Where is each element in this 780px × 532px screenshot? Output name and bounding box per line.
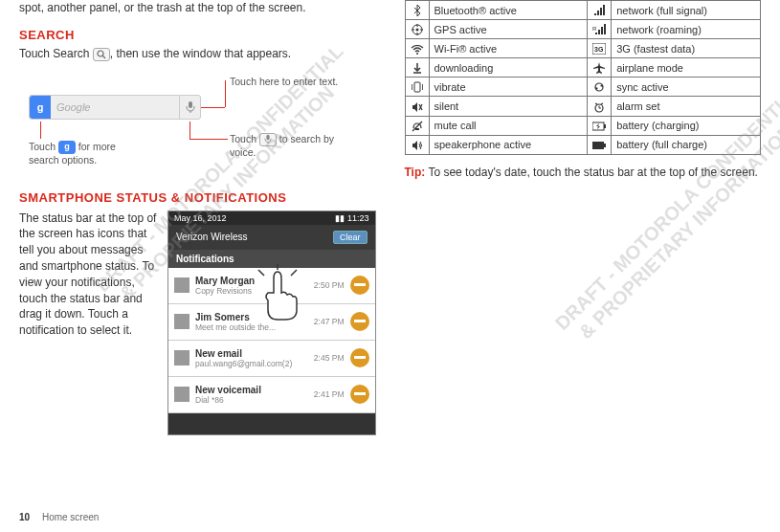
svg-line-32	[595, 103, 597, 104]
notification-title: New voicemail	[195, 385, 314, 395]
table-row: GPS active R network (roaming)	[405, 20, 761, 39]
icon-label: downloading	[429, 58, 588, 78]
search-input-placeholder[interactable]: Google	[51, 101, 179, 113]
table-row: mute call battery (charging)	[405, 116, 761, 135]
search-icon	[93, 48, 110, 61]
mic-icon[interactable]	[179, 96, 200, 119]
svg-rect-36	[592, 122, 604, 130]
svg-point-0	[98, 51, 103, 56]
svg-rect-38	[592, 142, 604, 149]
notifications-section-label: Notifications	[168, 250, 375, 268]
status-icon-table: Bluetooth® active network (full signal) …	[405, 0, 762, 155]
table-row: Bluetooth® active network (full signal)	[405, 1, 761, 20]
svg-point-11	[415, 29, 418, 32]
notification-time: 2:47 PM	[314, 317, 345, 326]
phone-date: May 16, 2012	[174, 213, 227, 223]
icon-label: speakerphone active	[429, 135, 588, 154]
svg-rect-19	[604, 24, 606, 34]
search-bar[interactable]: g Google	[29, 95, 201, 120]
vibrate-icon	[405, 78, 429, 97]
tip-text: Tip: To see today's date, touch the stat…	[405, 165, 762, 181]
wifi-icon	[405, 39, 429, 58]
signal-icon: ▮▮	[335, 213, 345, 223]
notification-item[interactable]: Jim Somers Meet me outside the... 2:47 P…	[168, 304, 375, 341]
icon-label: battery (full charge)	[612, 135, 761, 154]
notification-time: 2:41 PM	[314, 389, 345, 399]
notifications-heading: SMARTPHONE STATUS & NOTIFICATIONS	[19, 190, 376, 205]
svg-rect-26	[414, 82, 420, 92]
notification-app-icon	[174, 314, 189, 329]
table-row: downloading airplane mode	[405, 58, 761, 78]
delete-icon[interactable]	[350, 276, 369, 295]
notification-app-icon	[174, 277, 189, 293]
notifications-body: The status bar at the top of the screen …	[19, 211, 158, 435]
svg-rect-8	[600, 8, 602, 15]
signal-icon	[588, 1, 612, 20]
notification-subtitle: Meet me outside the...	[195, 322, 314, 332]
notification-title: Jim Somers	[195, 312, 314, 322]
clear-button[interactable]: Clear	[333, 231, 368, 244]
phone-time: 11:23	[347, 213, 369, 223]
table-row: vibrate sync active	[405, 78, 761, 97]
google-g-icon[interactable]: g	[30, 96, 51, 119]
svg-rect-2	[189, 101, 192, 108]
callout-search-options: Touch g for more search options.	[29, 141, 134, 167]
icon-label: network (roaming)	[612, 20, 761, 39]
tip-label: Tip:	[405, 166, 426, 179]
alarm-icon	[588, 97, 612, 116]
svg-rect-18	[601, 27, 603, 34]
page-number: 10	[19, 512, 30, 522]
svg-rect-6	[594, 13, 596, 15]
svg-text:R: R	[592, 26, 597, 32]
icon-label: Wi-Fi® active	[429, 39, 588, 58]
download-icon	[405, 58, 429, 78]
svg-rect-39	[604, 144, 606, 147]
notification-app-icon	[174, 350, 189, 366]
search-instruction: Touch Search , then use the window that …	[19, 46, 376, 62]
svg-rect-4	[266, 135, 269, 141]
notification-item[interactable]: New voicemail Dial *86 2:41 PM	[168, 377, 375, 413]
notification-subtitle: Dial *86	[195, 395, 314, 405]
mute-icon	[405, 116, 429, 135]
callout-enter-text: Touch here to enter text.	[230, 76, 338, 89]
page-footer: 10 Home screen	[19, 512, 99, 522]
svg-point-21	[416, 53, 418, 55]
icon-label: airplane mode	[612, 58, 761, 78]
notification-item[interactable]: New email paul.wang6@gmail.com(2) 2:45 P…	[168, 341, 375, 377]
icon-label: mute call	[429, 116, 588, 135]
delete-icon[interactable]	[350, 385, 369, 404]
icon-label: 3G (fastest data)	[612, 39, 761, 58]
notification-app-icon	[174, 387, 189, 402]
right-column: Bluetooth® active network (full signal) …	[405, 0, 762, 435]
svg-rect-34	[415, 128, 419, 130]
icon-label: alarm set	[612, 97, 761, 116]
delete-icon[interactable]	[350, 312, 369, 331]
notification-subtitle: Copy Revisions	[195, 286, 314, 296]
icon-label: network (full signal)	[612, 1, 761, 20]
svg-line-33	[601, 103, 603, 104]
delete-icon[interactable]	[350, 348, 369, 367]
table-row: silent alarm set	[405, 97, 761, 116]
notification-time: 2:50 PM	[314, 280, 345, 290]
charging-icon	[588, 116, 612, 135]
search-heading: SEARCH	[19, 28, 376, 42]
table-row: speakerphone active battery (full charge…	[405, 135, 761, 154]
svg-rect-9	[603, 5, 605, 15]
battery-icon	[588, 135, 612, 154]
icon-label: Bluetooth® active	[429, 1, 588, 20]
phone-screenshot: May 16, 2012 ▮▮ 11:23 Verizon Wireless C…	[167, 211, 376, 435]
svg-text:3G: 3G	[594, 46, 604, 53]
icon-label: silent	[429, 97, 588, 116]
notification-time: 2:45 PM	[314, 353, 345, 363]
phone-status-bar[interactable]: May 16, 2012 ▮▮ 11:23	[168, 211, 375, 225]
notification-title: New email	[195, 348, 314, 359]
speaker-icon	[405, 135, 429, 154]
notification-title: Mary Morgan	[195, 276, 314, 286]
svg-rect-7	[597, 11, 599, 15]
icon-label: battery (charging)	[612, 116, 761, 135]
mic-icon-small	[259, 133, 277, 146]
svg-rect-37	[604, 124, 606, 128]
svg-rect-16	[595, 33, 597, 34]
icon-label: GPS active	[429, 20, 588, 39]
notification-item[interactable]: Mary Morgan Copy Revisions 2:50 PM	[168, 268, 375, 304]
